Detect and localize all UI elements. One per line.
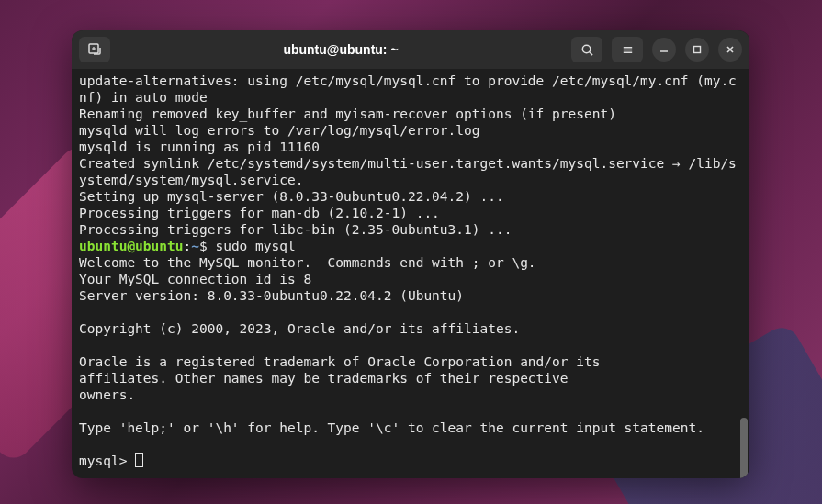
window-title: ubuntu@ubuntu: ~ bbox=[110, 42, 571, 57]
terminal-window: ubuntu@ubuntu: ~ bbox=[72, 30, 749, 478]
output-line: update-alternatives: using /etc/mysql/my… bbox=[79, 73, 737, 105]
scrollbar[interactable] bbox=[740, 418, 748, 478]
prompt-path: ~ bbox=[191, 239, 199, 253]
output-line: Server version: 8.0.33-0ubuntu0.22.04.2 … bbox=[79, 288, 464, 303]
svg-point-1 bbox=[582, 45, 590, 52]
new-tab-button[interactable] bbox=[79, 37, 110, 62]
minimize-button[interactable] bbox=[652, 38, 676, 62]
prompt-dollar: $ bbox=[199, 239, 208, 253]
maximize-button[interactable] bbox=[685, 38, 709, 62]
output-line: Welcome to the MySQL monitor. Commands e… bbox=[79, 255, 536, 270]
prompt-user-host: ubuntu@ubuntu bbox=[79, 239, 184, 253]
output-line: Type 'help;' or '\h' for help. Type '\c'… bbox=[79, 420, 704, 435]
cursor bbox=[135, 453, 143, 467]
output-line: affiliates. Other names may be trademark… bbox=[79, 371, 569, 386]
output-line: Processing triggers for libc-bin (2.35-0… bbox=[79, 222, 512, 237]
close-button[interactable] bbox=[718, 38, 742, 62]
mysql-prompt: mysql> bbox=[79, 454, 135, 468]
menu-button[interactable] bbox=[612, 37, 643, 62]
output-line: Copyright (c) 2000, 2023, Oracle and/or … bbox=[79, 321, 520, 336]
svg-rect-2 bbox=[694, 47, 701, 53]
output-line: mysqld is running as pid 11160 bbox=[79, 140, 320, 154]
output-line: Your MySQL connection id is 8 bbox=[79, 272, 311, 286]
search-button[interactable] bbox=[571, 37, 602, 62]
output-line: Oracle is a registered trademark of Orac… bbox=[79, 354, 600, 369]
prompt-colon: : bbox=[184, 239, 192, 253]
output-line: Setting up mysql-server (8.0.33-0ubuntu0… bbox=[79, 189, 504, 204]
output-line: mysqld will log errors to /var/log/mysql… bbox=[79, 123, 480, 138]
output-line: Created symlink /etc/systemd/system/mult… bbox=[79, 156, 737, 187]
output-line: owners. bbox=[79, 387, 135, 402]
output-line: Processing triggers for man-db (2.10.2-1… bbox=[79, 206, 440, 220]
output-line: Renaming removed key_buffer and myisam-r… bbox=[79, 106, 616, 121]
terminal-content[interactable]: update-alternatives: using /etc/mysql/my… bbox=[72, 69, 749, 478]
command-text: sudo mysql bbox=[208, 239, 296, 253]
titlebar[interactable]: ubuntu@ubuntu: ~ bbox=[72, 30, 749, 69]
